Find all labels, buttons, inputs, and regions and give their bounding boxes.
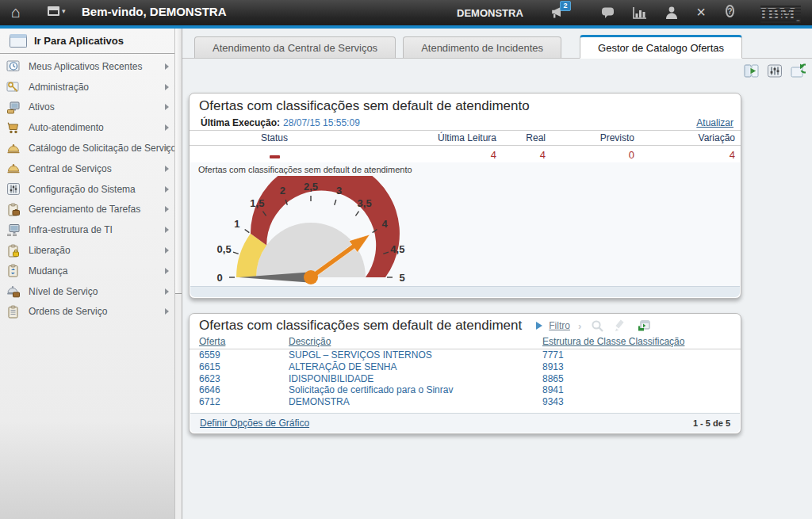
clipboard-icon: [6, 305, 21, 319]
svg-text:5: 5: [399, 272, 404, 284]
sidebar-item[interactable]: Liberação: [0, 240, 182, 261]
table-cell: 6615: [199, 361, 289, 373]
pagination-label: 1 - 5 de 5: [693, 418, 730, 428]
sidebar-item[interactable]: Meus Aplicativos Recentes: [0, 56, 182, 77]
chevron-right-icon: [165, 63, 169, 70]
chevron-right-icon: [165, 104, 169, 110]
assets-icon: [6, 101, 21, 114]
clipboard-case-icon: [6, 203, 21, 216]
chevron-right-icon: [165, 247, 169, 254]
edit-pencil-icon[interactable]: [614, 319, 627, 332]
table-row[interactable]: 6712DEMONSTRA9343: [190, 396, 741, 408]
chevron-right-icon: ›: [578, 320, 581, 332]
status-indicator: [199, 149, 350, 161]
table-cell: ALTERAÇÃO DE SENHA: [289, 361, 542, 373]
last-execution-label: Última Execução:: [201, 117, 280, 128]
help-icon[interactable]: ?: [726, 6, 741, 20]
search-icon[interactable]: [591, 319, 604, 332]
chat-icon[interactable]: [600, 6, 616, 20]
notification-badge: 2: [560, 1, 571, 11]
ibm-logo: IBM®: [760, 4, 801, 24]
offers-panel-footer: Definir Opções de Gráfico 1 - 5 de 5: [190, 413, 740, 433]
chevron-right-icon: [165, 206, 169, 212]
kpi-header-row: StatusÚltima LeituraRealPrevistoVariação: [190, 131, 741, 146]
bell-case-icon: [6, 284, 21, 298]
sidebar-item[interactable]: Ordens de Serviço: [0, 302, 182, 322]
run-reports-icon[interactable]: [744, 63, 760, 78]
kpi-value: 4: [634, 149, 735, 161]
tab[interactable]: Atendimento de Incidentes: [403, 36, 561, 58]
sidebar-item[interactable]: Infra-estrutura de TI: [0, 219, 182, 240]
kpi-column-header: Última Leitura: [350, 132, 496, 143]
chevron-right-icon: [165, 186, 169, 193]
sidebar-header: Ir Para Aplicativos: [0, 29, 182, 54]
svg-text:4: 4: [381, 218, 388, 230]
clipboard-lock-icon: [6, 244, 21, 258]
logout-close-icon[interactable]: ×: [693, 6, 709, 20]
table-cell: SUPGL – SERVIÇOS INTERNOS: [289, 349, 542, 361]
home-icon[interactable]: ⌂: [11, 4, 21, 20]
sidebar-item[interactable]: Gerenciamento de Tarefas: [0, 200, 182, 220]
sidebar-menu: Meus Aplicativos RecentesAdministraçãoAt…: [0, 54, 182, 322]
filter-link[interactable]: Filtro: [549, 320, 570, 331]
sidebar-header-label: Ir Para Aplicativos: [34, 35, 124, 47]
sidebar-item[interactable]: Ativos: [0, 97, 182, 118]
sidebar-item[interactable]: Catálogo de Solicitação de Serviço: [0, 138, 182, 158]
open-new-window-icon[interactable]: [637, 319, 650, 332]
table-row[interactable]: 6615ALTERAÇÃO DE SENHA8913: [190, 361, 741, 373]
sidebar-item[interactable]: Administração: [0, 77, 182, 97]
refresh-icon[interactable]: [790, 63, 806, 78]
ibm-logo-stripes: [760, 4, 801, 24]
kpi-value-row: 4404: [190, 146, 741, 163]
welcome-title: Bem-vindo, DEMONSTRA: [82, 5, 227, 18]
table-cell: DEMONSTRA: [289, 396, 542, 408]
offers-table-panel: Ofertas com classificações sem default d…: [189, 313, 741, 434]
sidebar-item-label: Central de Serviços: [29, 163, 112, 174]
sidebar-item-label: Infra-estrutura de TI: [29, 224, 113, 235]
sidebar-item[interactable]: Nível de Serviço: [0, 281, 182, 302]
last-execution-row: Última Execução: 28/07/15 15:55:09 Atual…: [190, 116, 741, 131]
table-row[interactable]: 6559SUPGL – SERVIÇOS INTERNOS7771: [190, 349, 741, 361]
sidebar-scrollbar[interactable]: [174, 29, 182, 519]
chevron-right-icon: [165, 227, 169, 233]
chevron-down-icon: ▾: [62, 7, 66, 15]
sidebar-item[interactable]: Central de Serviços: [0, 158, 182, 179]
gauge-panel: Ofertas com classificações sem default d…: [189, 93, 741, 299]
table-column-header[interactable]: Estrutura de Classe Classificação: [542, 336, 731, 347]
announcements-icon[interactable]: 2: [550, 6, 566, 20]
window-icon: [48, 6, 59, 16]
table-column-header[interactable]: Descrição: [289, 336, 542, 347]
tab[interactable]: Atendimento da Central de Serviços: [194, 36, 396, 58]
chart-options-link[interactable]: Definir Opções de Gráfico: [200, 418, 309, 429]
go-to-applications-icon: [10, 34, 27, 48]
sidebar-item[interactable]: Configuração do Sistema: [0, 179, 182, 200]
reports-chart-icon[interactable]: [632, 6, 648, 20]
table-column-header[interactable]: Oferta: [199, 336, 289, 347]
table-cell: Solicitação de certificado para o Sinrav: [289, 384, 542, 396]
service-bell-icon: [6, 162, 21, 175]
apps-menu-icon[interactable]: ▾: [48, 6, 66, 16]
svg-text:1,5: 1,5: [250, 197, 264, 209]
sidebar-scrollbar-thumb[interactable]: [175, 29, 182, 294]
display-settings-icon[interactable]: [767, 63, 783, 78]
offers-table-body: 6559SUPGL – SERVIÇOS INTERNOS77716615ALT…: [190, 349, 741, 408]
tab[interactable]: Gestor de Catalogo Ofertas: [580, 35, 742, 59]
table-row[interactable]: 6646Solicitação de certificado para o Si…: [190, 384, 741, 396]
cart-icon: [6, 121, 21, 135]
sidebar: Ir Para Aplicativos Meus Aplicativos Rec…: [0, 29, 182, 519]
sidebar-item-label: Auto-atendimento: [29, 122, 104, 133]
dashboard-toolbar: [744, 63, 806, 78]
atualizar-link[interactable]: Atualizar: [696, 117, 733, 128]
sidebar-item[interactable]: Auto-atendimento: [0, 117, 182, 138]
sidebar-item-label: Administração: [29, 82, 89, 93]
table-cell: 8913: [542, 361, 731, 373]
sidebar-item[interactable]: Mudança: [0, 261, 182, 281]
filter-expand-icon[interactable]: [536, 322, 542, 330]
kpi-column-header: Variação: [634, 132, 735, 143]
gauge-panel-footer: [190, 286, 740, 297]
gauge-caption: Ofertas com classificações sem default d…: [190, 162, 740, 174]
chevron-right-icon: [165, 166, 169, 172]
profile-icon[interactable]: [664, 6, 680, 20]
sidebar-item-label: Ordens de Serviço: [29, 306, 107, 317]
table-row[interactable]: 6623IDISPONIBILIDADE8865: [190, 373, 741, 385]
